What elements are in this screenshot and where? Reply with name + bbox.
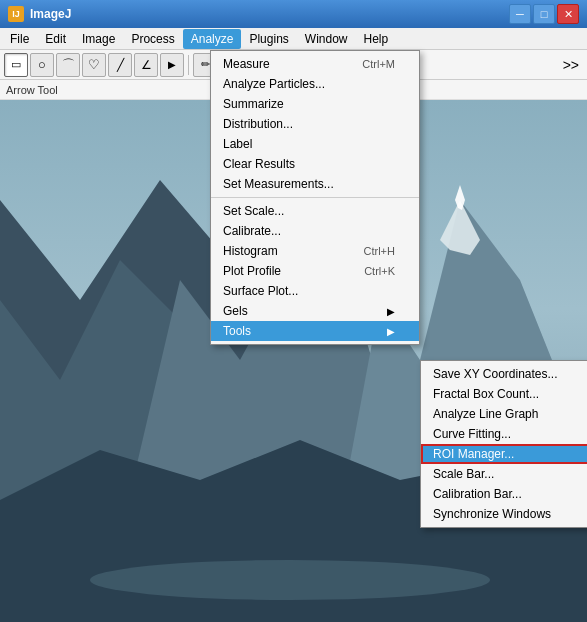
menu-fractal-box[interactable]: Fractal Box Count... — [421, 384, 587, 404]
menu-roi-manager[interactable]: ROI Manager... — [421, 444, 587, 464]
svg-point-8 — [90, 560, 490, 600]
menu-help[interactable]: Help — [356, 29, 397, 49]
menu-label[interactable]: Label — [211, 134, 419, 154]
menu-calibrate[interactable]: Calibrate... — [211, 221, 419, 241]
tool-rectangle[interactable]: ▭ — [4, 53, 28, 77]
menu-analyze[interactable]: Analyze — [183, 29, 242, 49]
menu-calibration-bar[interactable]: Calibration Bar... — [421, 484, 587, 504]
tools-submenu: Save XY Coordinates... Fractal Box Count… — [420, 360, 587, 528]
tool-arrow[interactable]: ▶ — [160, 53, 184, 77]
menu-set-scale[interactable]: Set Scale... — [211, 201, 419, 221]
app-title: ImageJ — [30, 7, 71, 21]
tool-polygon[interactable]: ⌒ — [56, 53, 80, 77]
tool-angle[interactable]: ∠ — [134, 53, 158, 77]
menu-plugins[interactable]: Plugins — [241, 29, 296, 49]
menu-plot-profile[interactable]: Plot Profile Ctrl+K — [211, 261, 419, 281]
menu-file[interactable]: File — [2, 29, 37, 49]
app-icon: IJ — [8, 6, 24, 22]
menu-summarize[interactable]: Summarize — [211, 94, 419, 114]
menu-tools[interactable]: Tools ▶ — [211, 321, 419, 341]
tooltip-text: Arrow Tool — [6, 84, 58, 96]
title-bar: IJ ImageJ ─ □ ✕ — [0, 0, 587, 28]
tool-oval[interactable]: ○ — [30, 53, 54, 77]
menu-bar: File Edit Image Process Analyze Plugins … — [0, 28, 587, 50]
maximize-button[interactable]: □ — [533, 4, 555, 24]
menu-distribution[interactable]: Distribution... — [211, 114, 419, 134]
menu-measure[interactable]: Measure Ctrl+M — [211, 54, 419, 74]
toolbar-divider — [188, 55, 189, 75]
menu-save-xy[interactable]: Save XY Coordinates... — [421, 364, 587, 384]
menu-analyze-particles[interactable]: Analyze Particles... — [211, 74, 419, 94]
menu-image[interactable]: Image — [74, 29, 123, 49]
separator-1 — [211, 197, 419, 198]
title-buttons: ─ □ ✕ — [509, 4, 579, 24]
close-button[interactable]: ✕ — [557, 4, 579, 24]
menu-analyze-line-graph[interactable]: Analyze Line Graph — [421, 404, 587, 424]
toolbar-expand[interactable]: >> — [559, 57, 583, 73]
menu-gels[interactable]: Gels ▶ — [211, 301, 419, 321]
menu-histogram[interactable]: Histogram Ctrl+H — [211, 241, 419, 261]
menu-scale-bar[interactable]: Scale Bar... — [421, 464, 587, 484]
minimize-button[interactable]: ─ — [509, 4, 531, 24]
tool-line[interactable]: ╱ — [108, 53, 132, 77]
menu-set-measurements[interactable]: Set Measurements... — [211, 174, 419, 194]
menu-synchronize-windows[interactable]: Synchronize Windows — [421, 504, 587, 524]
menu-edit[interactable]: Edit — [37, 29, 74, 49]
title-bar-left: IJ ImageJ — [8, 6, 71, 22]
menu-clear-results[interactable]: Clear Results — [211, 154, 419, 174]
menu-process[interactable]: Process — [123, 29, 182, 49]
analyze-dropdown: Measure Ctrl+M Analyze Particles... Summ… — [210, 50, 420, 345]
menu-curve-fitting[interactable]: Curve Fitting... — [421, 424, 587, 444]
menu-window[interactable]: Window — [297, 29, 356, 49]
menu-surface-plot[interactable]: Surface Plot... — [211, 281, 419, 301]
tool-freehand[interactable]: ♡ — [82, 53, 106, 77]
